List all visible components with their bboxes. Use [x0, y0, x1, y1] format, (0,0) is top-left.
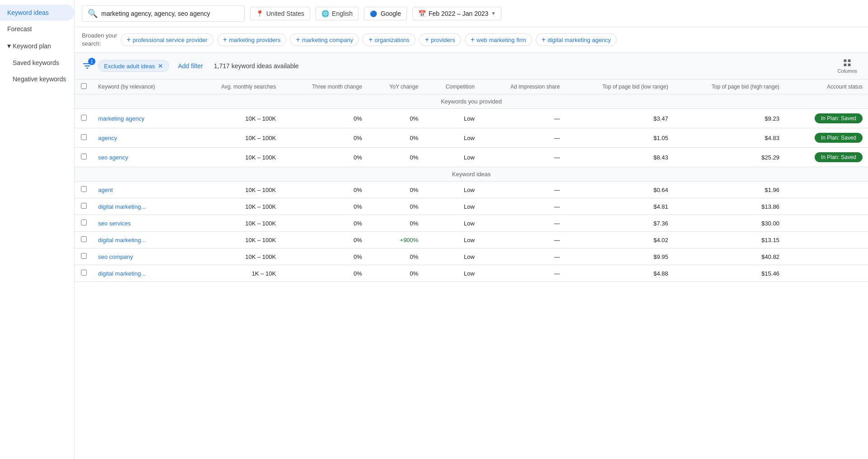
row-checkbox[interactable] — [81, 236, 87, 242]
saved-badge: In Plan: Saved — [815, 133, 863, 143]
row-checkbox-cell — [75, 109, 93, 128]
broaden-chip-0[interactable]: + professional service provider — [121, 33, 213, 46]
table-row: seo services10K – 100K0%0%Low—$7.36$30.0… — [75, 215, 868, 232]
row-keyword[interactable]: agency — [93, 128, 189, 148]
table-row: digital marketing...1K – 10K0%0%Low—$4.8… — [75, 265, 868, 282]
row-keyword[interactable]: agent — [93, 182, 189, 198]
row-competition: Low — [424, 248, 480, 265]
row-checkbox[interactable] — [81, 270, 87, 276]
broaden-chip-5[interactable]: + web marketing firm — [465, 33, 532, 46]
th-top-bid-high[interactable]: Top of page bid (high range) — [674, 80, 785, 94]
sidebar-item-keyword-ideas[interactable]: Keyword ideas — [0, 5, 74, 21]
row-keyword[interactable]: digital marketing... — [93, 232, 189, 248]
date-range-selector[interactable]: 📅 Feb 2022 – Jan 2023 ▼ — [412, 7, 501, 20]
row-top-bid-high: $9.23 — [674, 109, 785, 128]
row-yoy: 0% — [368, 109, 424, 128]
search-input[interactable] — [101, 10, 237, 17]
th-yoy[interactable]: YoY change — [368, 80, 424, 94]
row-account-status — [785, 198, 868, 215]
row-checkbox-cell — [75, 198, 93, 215]
table-row: digital marketing...10K – 100K0%+900%Low… — [75, 232, 868, 248]
filter-icon-button[interactable]: 1 — [82, 61, 93, 71]
sidebar-item-keyword-plan[interactable]: ▾ Keyword plan — [0, 37, 74, 55]
columns-button[interactable]: Columns — [834, 56, 861, 75]
th-ad-impression[interactable]: Ad impression share — [480, 80, 566, 94]
th-avg-monthly[interactable]: Avg. monthly searches — [189, 80, 281, 94]
filter-close-icon[interactable]: ✕ — [158, 62, 163, 70]
row-checkbox[interactable] — [81, 134, 87, 140]
th-keyword[interactable]: Keyword (by relevance) — [93, 80, 189, 94]
row-account-status: In Plan: Saved — [785, 109, 868, 128]
row-yoy: +900% — [368, 232, 424, 248]
broaden-chip-1[interactable]: + marketing providers — [217, 33, 287, 46]
table-row: marketing agency10K – 100K0%0%Low—$3.47$… — [75, 109, 868, 128]
table-row: agency10K – 100K0%0%Low—$1.05$4.83In Pla… — [75, 128, 868, 148]
sidebar-item-negative-keywords[interactable]: Negative keywords — [0, 71, 74, 87]
broaden-chip-2[interactable]: + marketing company — [290, 33, 359, 46]
add-filter-label: Add filter — [178, 62, 203, 70]
row-account-status: In Plan: Saved — [785, 148, 868, 167]
broaden-chip-3[interactable]: + organizations — [363, 33, 415, 46]
google-ads-icon: 🔵 — [370, 10, 377, 17]
table-row: seo company10K – 100K0%0%Low—$9.95$40.82 — [75, 248, 868, 265]
row-checkbox[interactable] — [81, 253, 87, 259]
select-all-checkbox[interactable] — [81, 83, 87, 89]
broaden-chip-6[interactable]: + digital marketing agency — [536, 33, 617, 46]
row-keyword[interactable]: digital marketing... — [93, 265, 189, 282]
row-checkbox[interactable] — [81, 203, 87, 209]
active-filter-chip[interactable]: Exclude adult ideas ✕ — [98, 60, 169, 72]
search-box[interactable]: 🔍 — [82, 5, 245, 22]
row-ad-impression: — — [480, 148, 566, 167]
table-wrap: Keyword (by relevance) Avg. monthly sear… — [75, 80, 868, 459]
row-top-bid-high: $4.83 — [674, 128, 785, 148]
row-ad-impression: — — [480, 109, 566, 128]
row-avg-monthly: 10K – 100K — [189, 109, 281, 128]
row-checkbox[interactable] — [81, 186, 87, 192]
plus-icon-4: + — [425, 36, 429, 44]
row-keyword[interactable]: marketing agency — [93, 109, 189, 128]
sidebar: Keyword ideas Forecast ▾ Keyword plan Sa… — [0, 0, 75, 459]
row-three-month: 0% — [281, 182, 368, 198]
add-filter-button[interactable]: Add filter — [175, 61, 207, 71]
calendar-icon: 📅 — [418, 10, 426, 17]
row-top-bid-high: $13.86 — [674, 198, 785, 215]
row-avg-monthly: 10K – 100K — [189, 198, 281, 215]
network-selector[interactable]: 🔵 Google — [364, 7, 407, 20]
location-selector[interactable]: 📍 United States — [250, 7, 310, 20]
row-top-bid-high: $30.00 — [674, 215, 785, 232]
row-account-status — [785, 182, 868, 198]
th-competition[interactable]: Competition — [424, 80, 480, 94]
row-account-status — [785, 215, 868, 232]
row-checkbox-cell — [75, 182, 93, 198]
row-keyword[interactable]: seo agency — [93, 148, 189, 167]
table-header-row: Keyword (by relevance) Avg. monthly sear… — [75, 80, 868, 94]
broaden-chip-4[interactable]: + providers — [419, 33, 461, 46]
th-three-month[interactable]: Three month change — [281, 80, 368, 94]
row-checkbox[interactable] — [81, 154, 87, 159]
dropdown-arrow-icon: ▼ — [491, 11, 495, 16]
plus-icon-1: + — [223, 36, 227, 44]
row-account-status — [785, 265, 868, 282]
broaden-chip-label-5: web marketing firm — [476, 37, 526, 43]
row-keyword[interactable]: digital marketing... — [93, 198, 189, 215]
row-keyword[interactable]: seo company — [93, 248, 189, 265]
row-three-month: 0% — [281, 148, 368, 167]
plus-icon-6: + — [542, 36, 546, 44]
row-competition: Low — [424, 148, 480, 167]
row-checkbox[interactable] — [81, 115, 87, 121]
row-top-bid-low: $1.05 — [565, 128, 674, 148]
collapse-icon: ▾ — [7, 42, 11, 50]
sidebar-item-forecast[interactable]: Forecast — [0, 21, 74, 37]
sidebar-item-saved-keywords-label: Saved keywords — [13, 59, 59, 66]
row-top-bid-low: $3.47 — [565, 109, 674, 128]
row-avg-monthly: 10K – 100K — [189, 232, 281, 248]
sidebar-item-saved-keywords[interactable]: Saved keywords — [0, 55, 74, 71]
row-checkbox-cell — [75, 248, 93, 265]
row-yoy: 0% — [368, 128, 424, 148]
row-checkbox-cell — [75, 148, 93, 167]
language-selector[interactable]: 🌐 English — [316, 7, 359, 20]
row-keyword[interactable]: seo services — [93, 215, 189, 232]
th-top-bid-low[interactable]: Top of page bid (low range) — [565, 80, 674, 94]
row-checkbox[interactable] — [81, 220, 87, 225]
translate-icon: 🌐 — [321, 10, 329, 17]
